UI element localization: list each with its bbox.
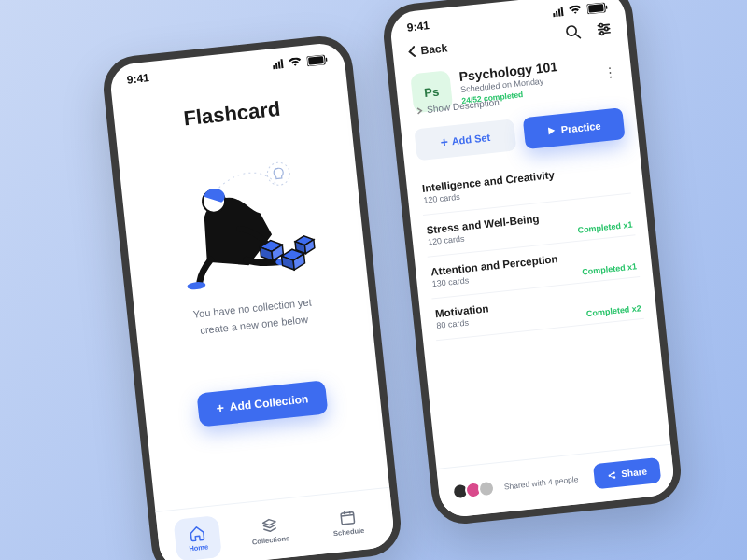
tab-collections[interactable]: Collections xyxy=(236,507,304,555)
play-icon xyxy=(546,126,556,136)
status-time: 9:41 xyxy=(406,19,430,34)
signal-icon xyxy=(553,7,564,17)
svg-rect-1 xyxy=(308,56,324,65)
back-label: Back xyxy=(420,41,448,57)
chevron-left-icon xyxy=(407,45,417,57)
practice-button[interactable]: Practice xyxy=(523,107,626,149)
share-label: Share xyxy=(621,466,648,479)
tab-home-label: Home xyxy=(189,542,209,553)
status-bar: 9:41 xyxy=(108,41,345,91)
plus-icon: + xyxy=(216,401,225,415)
chevron-right-icon xyxy=(416,106,424,115)
back-button[interactable]: Back xyxy=(407,41,448,58)
signal-icon xyxy=(273,59,284,69)
add-set-label: Add Set xyxy=(451,132,491,147)
svg-point-14 xyxy=(600,32,604,35)
add-collection-label: Add Collection xyxy=(229,392,309,413)
svg-rect-2 xyxy=(326,57,328,61)
empty-illustration xyxy=(120,147,367,302)
tab-bar: Home Collections Schedule xyxy=(155,487,395,560)
shared-label: Shared with 4 people xyxy=(503,474,578,491)
phone-detail: 9:41 Back Ps Psychology 101 Scheduled on… xyxy=(380,0,684,526)
set-list: Intelligence and Creativity 120 cards St… xyxy=(405,147,657,345)
wifi-icon xyxy=(568,5,582,15)
battery-icon xyxy=(306,54,328,66)
filter-icon[interactable] xyxy=(595,21,613,42)
practice-label: Practice xyxy=(560,120,601,135)
add-set-button[interactable]: + Add Set xyxy=(414,119,516,161)
svg-rect-10 xyxy=(606,5,608,8)
svg-point-5 xyxy=(187,281,206,290)
tab-home[interactable]: Home xyxy=(173,515,222,560)
wifi-icon xyxy=(288,57,302,67)
shared-avatars[interactable]: Shared with 4 people xyxy=(451,470,579,500)
share-button[interactable]: Share xyxy=(593,457,661,489)
tab-schedule[interactable]: Schedule xyxy=(317,498,379,546)
avatar xyxy=(477,479,496,497)
add-collection-button[interactable]: + Add Collection xyxy=(196,380,329,427)
search-icon[interactable] xyxy=(565,23,583,45)
stack-icon xyxy=(261,516,279,535)
battery-icon xyxy=(586,2,608,14)
phone-home: 9:41 Flashcard xyxy=(100,34,403,560)
detail-footer: Shared with 4 people Share xyxy=(436,444,675,519)
share-icon xyxy=(607,469,617,480)
svg-point-12 xyxy=(599,23,603,27)
plus-icon: + xyxy=(440,135,449,149)
home-icon xyxy=(188,525,206,543)
status-time: 9:41 xyxy=(126,71,149,86)
calendar-icon xyxy=(338,509,357,527)
svg-rect-7 xyxy=(341,512,355,525)
svg-rect-9 xyxy=(588,4,604,13)
page-title: Flashcard xyxy=(114,90,350,138)
svg-point-13 xyxy=(604,27,608,31)
svg-point-3 xyxy=(266,161,290,186)
tab-schedule-label: Schedule xyxy=(333,526,365,538)
tab-collections-label: Collections xyxy=(251,534,289,546)
